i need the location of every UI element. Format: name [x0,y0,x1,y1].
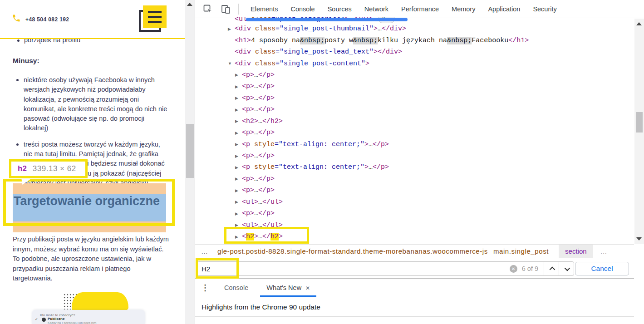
tab-elements[interactable]: Elements [244,0,284,18]
minusy-heading: Minusy: [13,57,39,65]
globe-icon [42,318,46,322]
dom-tree-row[interactable]: ▶<div class="single_post-thumbnail">…</d… [195,23,634,34]
body-paragraph: Przy publikacji posta w języku angielski… [13,235,172,284]
devtools-drawer: ⋮ ConsoleWhat's New✕ Highlights from the… [195,279,634,324]
drawer-menu-icon[interactable]: ⋮ [195,279,215,297]
next-match-button[interactable] [559,262,574,275]
breadcrumb-crumb[interactable]: section [559,245,593,258]
dom-tree-row[interactable]: ▶<p>…</p> [195,173,634,185]
devtools-panel: ElementsConsoleSourcesNetworkPerformance… [195,0,644,324]
crumb-list: gle-post.postid-8828.single-format-stand… [212,245,593,258]
twisty-icon[interactable]: ▶ [234,165,242,170]
screenshot-root: porządek na profilu +48 504 082 192 Minu… [0,0,644,324]
dom-tree-row[interactable]: ▶<p>…</p> [195,185,634,196]
chevron-down-icon [564,265,570,271]
dom-tree-row[interactable]: ▶<p style="text-align: center;">…</p> [195,138,634,150]
dom-tree-row[interactable]: ▶<p style="text-align: center;">…</p> [195,162,634,173]
scroll-down-arrow-icon[interactable] [636,237,642,241]
tab-network[interactable]: Network [358,0,395,18]
site-header: +48 504 082 192 [0,0,185,39]
twisty-icon[interactable]: ▶ [234,119,242,123]
dom-tree-row[interactable]: ▶<p>…</p> [195,81,634,92]
breadcrumb-overflow-icon[interactable]: … [195,247,212,255]
hamburger-icon [143,5,167,28]
drawer-tab-whatsnew[interactable]: What's New✕ [257,279,319,297]
facebook-audience-dialog: Kto może to zobaczyć? ✓ Publiczne Każdy … [32,310,145,324]
dom-tree-row[interactable]: ▶<p>…</p> [195,104,634,115]
browser-page: porządek na profilu +48 504 082 192 Minu… [0,0,185,324]
breadcrumb-crumb[interactable]: gle-post.postid-8828.single-format-stand… [217,247,488,255]
tab-console[interactable]: Console [284,0,321,18]
tooltip-dimensions: 339.13 × 62 [33,164,76,173]
twisty-icon[interactable]: ▶ [234,96,242,100]
drawer-tab-bar: ⋮ ConsoleWhat's New✕ [195,279,634,297]
yellow-blob-decoration [72,292,128,310]
page-scrollbar[interactable] [185,0,195,324]
dom-tree-row[interactable]: ▶<ul>…</ul> [195,196,634,208]
check-icon: ✓ [35,317,38,321]
twisty-icon[interactable]: ▶ [234,188,242,193]
tab-application[interactable]: Application [482,0,526,18]
dom-tree-row[interactable]: ▶<p>…</p> [195,208,634,219]
search-result-count: 6 of 9 [522,265,538,272]
twisty-icon[interactable]: ▶ [234,73,242,77]
inspect-element-icon[interactable] [203,4,213,14]
previous-match-button[interactable] [544,262,559,275]
twisty-icon[interactable]: ▶ [234,211,242,216]
tab-memory[interactable]: Memory [445,0,482,18]
dom-search-bar: H2 ✕ 6 of 9 Cancel [195,258,634,279]
twisty-icon[interactable]: ▶ [234,108,242,112]
tab-security[interactable]: Security [526,0,563,18]
twisty-icon[interactable]: ▶ [234,131,242,135]
twisty-icon[interactable]: ▶ [234,200,242,204]
annotation-box-h2-row [224,227,309,244]
dialog-option-subtext: Każdy na Facebooku lub poza nim [48,321,96,324]
dom-tree-row[interactable]: ▶<p>…</p> [195,150,634,162]
search-input[interactable]: H2 ✕ 6 of 9 [197,261,574,276]
twisty-icon[interactable]: ▶ [234,177,242,181]
list-item: niektóre osoby używają Facebooka w innyc… [13,75,169,133]
twisty-icon[interactable]: ▼ [227,61,235,66]
dom-tree-row[interactable]: ▶<h2>…</h2> [195,116,634,127]
selected-row-highlight [246,18,408,21]
inspect-tooltip: h2 339.13 × 62 [9,159,88,178]
scrollbar-thumb[interactable] [186,124,194,178]
cancel-button[interactable]: Cancel [575,262,629,275]
twisty-icon[interactable]: ▶ [227,27,235,31]
dom-tree-row[interactable]: <div class="single_post-lead_text"></div… [195,46,634,58]
phone-icon [12,14,21,23]
dom-tree-row[interactable]: ▼<div class="single_post-content"> [195,58,634,69]
annotation-box-search-query [196,258,239,279]
devtools-toolbar: ElementsConsoleSourcesNetworkPerformance… [195,0,644,18]
drawer-tab-console[interactable]: Console [215,279,257,297]
hamburger-menu-button[interactable] [139,5,168,34]
tab-sources[interactable]: Sources [321,0,358,18]
chevron-up-icon [549,266,555,272]
tab-performance[interactable]: Performance [395,0,445,18]
dialog-option-public: Publiczne [48,317,64,321]
dom-tree-row[interactable]: ▶<p>…</p> [195,69,634,81]
tooltip-tag-name: h2 [18,164,27,173]
breadcrumb-more-icon[interactable]: … [600,247,608,255]
phone-number[interactable]: +48 504 082 192 [25,16,69,23]
dom-tree-scrollbar[interactable] [634,19,644,244]
clear-search-icon[interactable]: ✕ [510,265,517,273]
close-tab-icon[interactable]: ✕ [305,285,310,291]
dom-tree-row[interactable]: ▶<p>…</p> [195,93,634,104]
toolbar-separator [238,4,239,15]
dom-tree: <ul class="post-categories">…</ul>flex▶<… [195,17,634,244]
twisty-icon[interactable]: ▶ [234,84,242,89]
twisty-icon[interactable]: ▶ [234,142,242,147]
drawer-tab-list: ConsoleWhat's New✕ [215,279,319,297]
scroll-up-arrow-icon[interactable] [636,22,642,25]
dom-tree-row[interactable]: ▶<p>…</p> [195,127,634,138]
device-toolbar-icon[interactable] [221,4,231,14]
scroll-up-arrow-icon[interactable] [187,3,192,6]
annotation-box-heading [3,179,175,226]
dom-tree-row[interactable]: <h1>4 sposoby na&nbsp;posty w&nbsp;kilku… [195,34,634,46]
scrollbar-thumb[interactable] [636,112,643,133]
devtools-tabs: ElementsConsoleSourcesNetworkPerformance… [244,0,563,18]
breadcrumb: … gle-post.postid-8828.single-format-sta… [195,244,634,258]
twisty-icon[interactable]: ▶ [234,154,242,158]
breadcrumb-crumb[interactable]: main.single_post [493,247,549,255]
